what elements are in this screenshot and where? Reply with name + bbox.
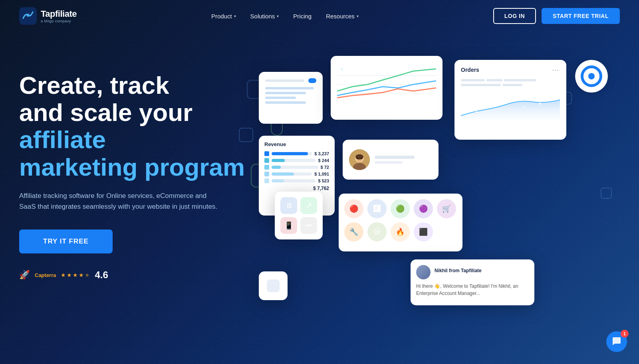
small-floating-card — [259, 271, 288, 300]
woo-icon: 🛒 — [437, 199, 456, 218]
capterra-logo: Capterra — [35, 272, 56, 278]
action-icons-card: 🖥 ↗ 📱 ••• — [275, 192, 323, 239]
svg-point-16 — [523, 106, 526, 108]
start-trial-button[interactable]: START FREE TRIAL — [542, 8, 620, 24]
capterra-rating: 🚀 Capterra ★ ★ ★ ★ ★ 4.6 — [19, 269, 259, 281]
revenue-total: $ 7,762 — [264, 186, 329, 191]
try-free-button[interactable]: TRY IT FREE — [19, 229, 113, 253]
plugin-icon: 🔧 — [344, 222, 363, 241]
rocket-icon: 🚀 — [19, 270, 30, 280]
dashboard-mockup: ↑ Revenue $ 3,237 $ 244 — [259, 48, 620, 327]
more-options-icon: ⋯ — [552, 65, 560, 74]
blue-circle-icon — [575, 60, 608, 93]
svg-point-13 — [476, 111, 478, 114]
chart-card: ↑ — [331, 56, 443, 120]
share-icon: ↗ — [300, 197, 317, 214]
nav-product[interactable]: Product ▾ — [211, 13, 236, 20]
wp-icon: Ⓦ — [367, 222, 387, 241]
nav-pricing[interactable]: Pricing — [293, 13, 312, 20]
user-card — [343, 140, 439, 180]
logo[interactable]: Tapfiliate a Mitgo company — [19, 7, 77, 25]
fire-icon: 🔥 — [391, 222, 410, 241]
svg-text:↑: ↑ — [341, 66, 343, 72]
shopify-icon: 🟢 — [391, 199, 410, 218]
settings-card — [259, 72, 323, 124]
navbar: Tapfiliate a Mitgo company Product ▾ Sol… — [0, 0, 639, 32]
nav-resources[interactable]: Resources ▾ — [326, 13, 359, 20]
nav-solutions[interactable]: Solutions ▾ — [250, 13, 279, 20]
svg-point-14 — [491, 109, 494, 112]
chat-sender: Nikhil from Tapfiliate — [435, 268, 482, 273]
svg-point-1 — [26, 14, 30, 17]
notification-badge: 1 — [621, 330, 629, 338]
svg-point-15 — [507, 107, 510, 110]
login-button[interactable]: LOG IN — [493, 8, 536, 24]
svg-point-17 — [539, 103, 541, 105]
brand-tagline: a Mitgo company — [41, 19, 77, 23]
chevron-down-icon: ▾ — [357, 14, 359, 18]
brand-name: Tapfiliate — [41, 9, 77, 19]
screen-share-icon: 🖥 — [280, 197, 297, 214]
svg-point-11 — [357, 158, 358, 159]
chat-widget[interactable]: 1 — [606, 331, 627, 352]
nav-actions: LOG IN START FREE TRIAL — [493, 8, 620, 24]
more-integrations-icon: ⬛ — [414, 222, 433, 241]
orders-card: Orders ⋯ — [454, 60, 566, 140]
orders-title: Orders — [461, 67, 479, 73]
nav-links: Product ▾ Solutions ▾ Pricing Resources … — [211, 13, 359, 20]
star-rating: ★ ★ ★ ★ ★ — [61, 272, 90, 278]
more-icon: ••• — [300, 217, 317, 234]
hero-section: Create, track and scale your affiliate m… — [0, 32, 639, 343]
hero-content: Create, track and scale your affiliate m… — [19, 56, 259, 281]
hero-title: Create, track and scale your affiliate m… — [19, 72, 259, 181]
chat-message: Hi there 👋, Welcome to Tapfiliate! I'm N… — [416, 283, 529, 297]
stripe-icon: 🟣 — [414, 199, 433, 218]
avatar — [349, 149, 370, 170]
chat-avatar — [416, 265, 431, 279]
revenue-title: Revenue — [264, 141, 329, 147]
integrations-card: 🔴 🅿 🟢 🟣 🛒 🔧 Ⓦ 🔥 ⬛ — [339, 194, 462, 251]
svg-point-10 — [355, 154, 363, 160]
monitor-icon: 📱 — [280, 217, 297, 234]
chat-card: Nikhil from Tapfiliate Hi there 👋, Welco… — [411, 259, 534, 305]
hero-subtitle: Affiliate tracking software for Online s… — [19, 190, 219, 212]
svg-point-12 — [361, 158, 362, 159]
paypal-icon: 🅿 — [367, 199, 387, 218]
capterra-score: 4.6 — [95, 269, 108, 281]
chevron-down-icon: ▾ — [277, 14, 279, 18]
chevron-down-icon: ▾ — [234, 14, 236, 18]
deco-square — [601, 188, 612, 199]
magento-icon: 🔴 — [344, 199, 363, 218]
